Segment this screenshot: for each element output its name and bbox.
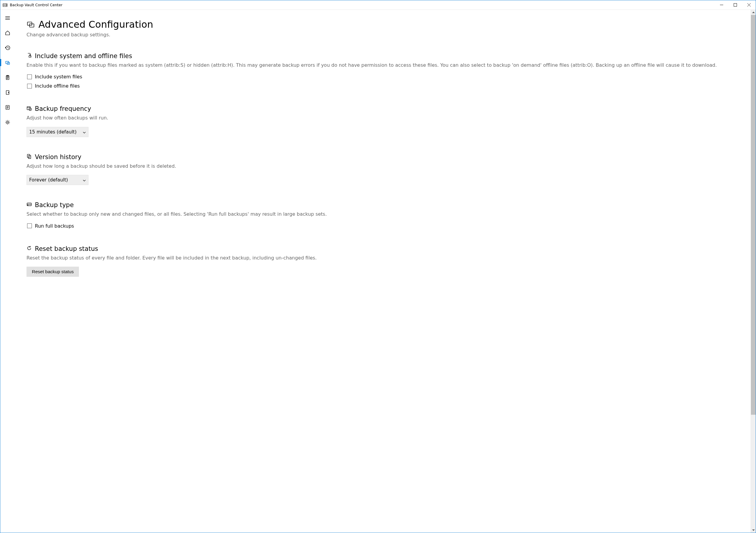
chevron-down-icon [83,129,86,135]
vertical-scrollbar[interactable] [751,10,756,533]
include-system-files-label[interactable]: Include system files [35,74,82,79]
dropdown-value: Forever (default) [29,177,68,182]
include-offline-files-checkbox[interactable] [27,84,32,89]
version-history-dropdown[interactable]: Forever (default) [27,175,89,185]
section-include-files: Include system and offline files Enable … [27,52,744,89]
nav-home[interactable] [0,26,14,39]
section-desc: Reset the backup status of every file an… [27,255,744,261]
titlebar: Backup Vault Control Center [0,0,756,10]
scrollbar-track[interactable] [751,15,756,528]
include-system-files-checkbox[interactable] [27,74,32,79]
nav-log[interactable] [0,101,14,114]
section-title: Backup type [35,201,74,209]
section-title: Backup frequency [35,105,91,112]
calendar-clock-icon [27,105,35,112]
page-subtitle: Change advanced backup settings. [27,32,744,38]
page-title-icon [27,19,39,30]
svg-point-1 [4,5,5,5]
scroll-up-button[interactable] [751,10,756,15]
minimize-button[interactable] [715,0,728,10]
nav-history[interactable] [0,42,14,54]
backup-frequency-dropdown[interactable]: 15 minutes (default) [27,127,89,137]
maximize-button[interactable] [728,0,742,10]
scrollbar-thumb[interactable] [751,15,756,415]
nav-advanced[interactable] [0,56,14,69]
section-desc: Adjust how often backups will run. [27,115,744,121]
run-full-backups-label[interactable]: Run full backups [35,223,74,229]
section-desc: Enable this if you want to backup files … [27,62,744,69]
window-title: Backup Vault Control Center [10,3,63,7]
nav-hamburger[interactable] [0,12,14,24]
content-area: Advanced Configuration Change advanced b… [14,10,756,533]
include-offline-files-label[interactable]: Include offline files [35,83,80,89]
section-title: Reset backup status [35,245,98,252]
section-backup-type: Backup type Select whether to backup onl… [27,201,744,229]
chevron-down-icon [83,177,86,182]
scroll-down-button[interactable] [751,528,756,533]
svg-point-33 [28,205,28,205]
dropdown-value: 15 minutes (default) [29,129,76,135]
page-title: Advanced Configuration [39,19,153,30]
section-title: Version history [35,154,81,160]
copy-file-icon [27,154,35,160]
section-reset-status: Reset backup status Reset the backup sta… [27,245,744,277]
run-full-backups-checkbox[interactable] [27,223,32,228]
svg-rect-3 [734,4,737,7]
close-button[interactable] [742,0,756,10]
app-icon [3,3,8,8]
sidebar [0,10,14,533]
section-desc: Adjust how long a backup should be saved… [27,163,744,170]
section-frequency: Backup frequency Adjust how often backup… [27,105,744,137]
section-version-history: Version history Adjust how long a backup… [27,154,744,185]
refresh-icon [27,245,35,252]
drive-icon [27,202,35,208]
section-title: Include system and offline files [35,52,132,60]
nav-clipboard[interactable] [0,71,14,84]
svg-rect-25 [29,56,31,57]
nav-settings[interactable] [0,116,14,128]
file-lock-icon [27,53,35,59]
nav-export[interactable] [0,86,14,98]
section-desc: Select whether to backup only new and ch… [27,211,744,217]
svg-point-22 [7,121,8,123]
reset-backup-status-button[interactable]: Reset backup status [27,266,79,277]
